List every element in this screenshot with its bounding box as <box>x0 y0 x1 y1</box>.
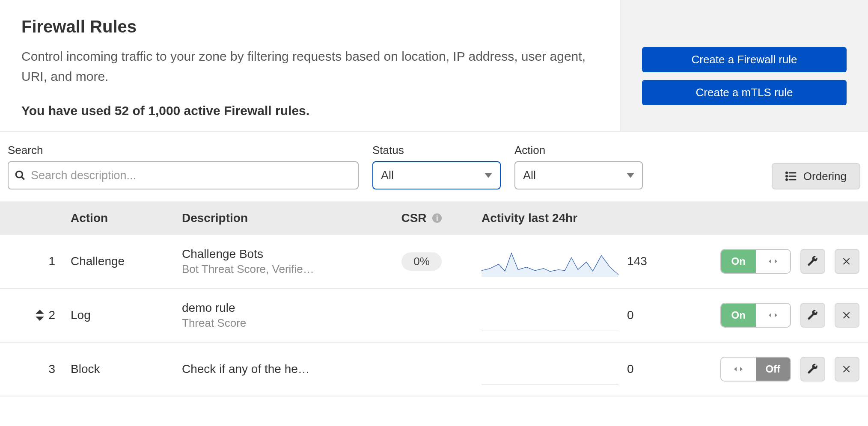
delete-button[interactable] <box>835 303 859 328</box>
table-header: Action Description CSR Activity last 24h… <box>0 201 868 235</box>
ordering-label: Ordering <box>803 170 847 183</box>
svg-point-0 <box>16 171 22 178</box>
status-select[interactable]: All <box>372 161 501 189</box>
ordering-button[interactable]: Ordering <box>772 163 860 189</box>
delete-button[interactable] <box>835 357 859 382</box>
sparkline <box>482 353 618 385</box>
row-subtitle: Bot Threat Score, Verifie… <box>182 263 362 276</box>
filters-bar: Search Status All Action All <box>0 132 868 201</box>
activity-count: 0 <box>627 308 708 322</box>
row-subtitle: Threat Score <box>182 317 362 330</box>
edit-button[interactable] <box>800 303 825 328</box>
row-index: 1 <box>48 254 55 268</box>
svg-marker-3 <box>627 173 634 178</box>
row-title: demo rule <box>182 301 362 315</box>
page-title: Firewall Rules <box>21 17 603 36</box>
svg-point-8 <box>786 179 787 180</box>
row-action: Log <box>71 308 182 322</box>
edit-button[interactable] <box>800 357 825 382</box>
create-mtls-rule-button[interactable]: Create a mTLS rule <box>642 80 847 105</box>
page-description: Control incoming traffic to your zone by… <box>21 47 586 86</box>
activity-count: 0 <box>627 362 708 376</box>
caret-down-icon <box>627 173 634 178</box>
search-input[interactable] <box>30 169 352 183</box>
action-select[interactable]: All <box>514 161 643 189</box>
create-firewall-rule-button[interactable]: Create a Firewall rule <box>642 47 847 72</box>
caret-down-icon <box>485 173 492 178</box>
csr-pill: 0% <box>401 252 442 271</box>
status-label: Status <box>372 144 501 157</box>
svg-point-4 <box>786 172 787 174</box>
status-toggle[interactable]: On <box>720 249 791 274</box>
svg-line-1 <box>21 177 24 180</box>
row-action: Block <box>71 362 182 376</box>
row-index: 3 <box>48 362 55 376</box>
col-description: Description <box>182 211 362 225</box>
search-label: Search <box>8 144 359 157</box>
svg-point-12 <box>436 215 437 216</box>
status-toggle[interactable]: On <box>720 303 791 328</box>
edit-button[interactable] <box>800 249 825 274</box>
svg-point-6 <box>786 176 787 177</box>
col-action: Action <box>71 211 182 225</box>
col-activity: Activity last 24hr <box>482 211 627 225</box>
status-toggle[interactable]: Off <box>720 357 791 382</box>
sparkline <box>482 299 618 331</box>
svg-marker-2 <box>485 173 492 178</box>
status-select-value: All <box>381 169 394 182</box>
action-label: Action <box>514 144 643 157</box>
usage-line: You have used 52 of 1,000 active Firewal… <box>21 104 603 118</box>
row-action: Challenge <box>71 254 182 268</box>
action-select-value: All <box>523 169 536 182</box>
sort-handle-icon[interactable] <box>36 310 44 321</box>
search-box[interactable] <box>8 161 359 189</box>
table-row: 2Logdemo ruleThreat Score0On <box>0 289 868 343</box>
row-index: 2 <box>48 308 55 322</box>
row-title: Check if any of the he… <box>182 362 362 376</box>
svg-rect-11 <box>437 217 438 221</box>
delete-button[interactable] <box>835 249 859 274</box>
info-icon[interactable] <box>432 213 442 223</box>
search-icon <box>15 170 26 181</box>
list-icon <box>785 172 797 181</box>
table-row: 3BlockCheck if any of the he…0Off <box>0 343 868 396</box>
rules-table: Action Description CSR Activity last 24h… <box>0 201 868 396</box>
col-csr: CSR <box>362 211 482 225</box>
sparkline <box>482 246 618 277</box>
row-title: Challenge Bots <box>182 247 362 261</box>
table-row: 1ChallengeChallenge BotsBot Threat Score… <box>0 235 868 289</box>
activity-count: 143 <box>627 254 708 268</box>
